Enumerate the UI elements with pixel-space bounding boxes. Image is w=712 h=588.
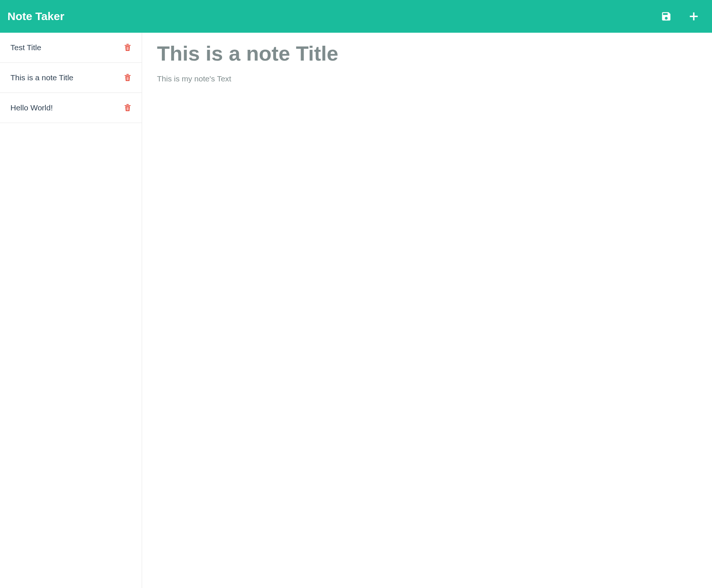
trash-icon [123,43,132,52]
note-list-item[interactable]: This is a note Title [0,63,142,93]
trash-icon [123,103,132,112]
note-list-item-title: Test Title [10,43,47,52]
note-editor [142,33,712,588]
save-button[interactable] [659,9,673,23]
note-list-item[interactable]: Hello World! [0,93,142,123]
app-header: Note Taker [0,0,712,33]
note-body-textarea[interactable] [157,71,697,577]
note-list-item[interactable]: Test Title [0,33,142,63]
header-actions [659,9,705,23]
note-title-input[interactable] [157,38,697,71]
note-list-item-title: Hello World! [10,103,59,112]
trash-icon [123,73,132,82]
add-note-button[interactable] [687,9,701,23]
note-list-sidebar: Test Title This is a note Title [0,33,142,588]
main-split: Test Title This is a note Title [0,33,712,588]
app-root: Note Taker Test Title [0,0,712,588]
save-icon [661,11,672,22]
delete-note-button[interactable] [122,103,133,113]
delete-note-button[interactable] [122,42,133,53]
note-list-item-title: This is a note Title [10,73,79,82]
app-title: Note Taker [7,10,659,23]
plus-icon [688,11,699,22]
delete-note-button[interactable] [122,72,133,83]
